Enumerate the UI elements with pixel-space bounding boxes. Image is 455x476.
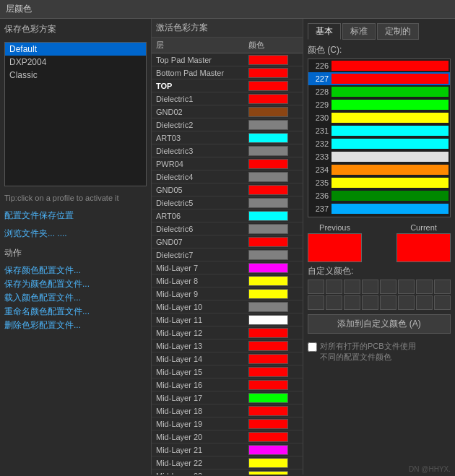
- layer-row[interactable]: Mid-Layer 8: [152, 274, 303, 287]
- layer-row[interactable]: Mid-Layer 18: [152, 404, 303, 417]
- layer-row[interactable]: ART06: [152, 209, 303, 222]
- layer-row[interactable]: Mid-Layer 21: [152, 443, 303, 456]
- color-list-row[interactable]: 235: [308, 176, 450, 189]
- custom-color-cell[interactable]: [416, 280, 433, 294]
- custom-color-cell[interactable]: [308, 280, 324, 294]
- layer-row[interactable]: Mid-Layer 15: [152, 365, 303, 378]
- color-swatch: [332, 204, 448, 214]
- layer-row[interactable]: Mid-Layer 11: [152, 313, 303, 326]
- action-link[interactable]: 载入颜色配置文件...: [4, 291, 147, 305]
- layer-row[interactable]: GND07: [152, 235, 303, 248]
- add-custom-btn[interactable]: 添加到自定义颜色 (A): [308, 314, 451, 334]
- layer-row[interactable]: Mid-Layer 7: [152, 261, 303, 274]
- layer-row[interactable]: Mid-Layer 19: [152, 417, 303, 430]
- tab-btn[interactable]: 标准: [342, 23, 376, 40]
- custom-color-cell[interactable]: [434, 280, 451, 294]
- previous-block: Previous: [308, 223, 362, 262]
- layer-row[interactable]: Dielectric2: [152, 118, 303, 131]
- color-list-row[interactable]: 236: [308, 189, 450, 202]
- color-list-row[interactable]: 230: [308, 111, 450, 124]
- layer-row[interactable]: Dielectric6: [152, 222, 303, 235]
- layer-row[interactable]: Mid-Layer 17: [152, 391, 303, 404]
- layer-row[interactable]: Mid-Layer 14: [152, 352, 303, 365]
- layer-row[interactable]: Mid-Layer 23: [152, 469, 303, 475]
- saved-profiles-label: 保存色彩方案: [4, 23, 147, 35]
- layer-color-swatch: [248, 81, 288, 91]
- action-link[interactable]: 重命名颜色配置文件...: [4, 305, 147, 319]
- color-list-row[interactable]: 237: [308, 202, 450, 215]
- color-list-row[interactable]: 231: [308, 124, 450, 137]
- layer-row[interactable]: Dielectric5: [152, 196, 303, 209]
- layer-row[interactable]: GND05: [152, 183, 303, 196]
- custom-color-cell[interactable]: [398, 295, 415, 310]
- layer-color-swatch: [248, 367, 288, 377]
- profile-item[interactable]: Classic: [5, 69, 146, 82]
- layer-color-swatch: [248, 68, 288, 78]
- layer-row[interactable]: PWR04: [152, 157, 303, 170]
- layer-name: Mid-Layer 10: [152, 303, 246, 311]
- color-list-row[interactable]: 227: [308, 72, 450, 85]
- tab-btn[interactable]: 定制的: [377, 23, 419, 40]
- custom-color-cell[interactable]: [416, 295, 433, 310]
- color-list-row[interactable]: 228: [308, 85, 450, 98]
- action-link[interactable]: 保存颜色配置文件...: [4, 264, 147, 277]
- layer-row[interactable]: Mid-Layer 20: [152, 430, 303, 443]
- custom-color-cell[interactable]: [362, 280, 378, 294]
- color-list[interactable]: 2262272282292302312322332342352362372382…: [308, 59, 450, 217]
- layer-name: Dielectric3: [152, 147, 246, 155]
- custom-color-cell[interactable]: [380, 295, 396, 310]
- layer-color-swatch: [248, 393, 288, 403]
- tip-text: Tip:click on a profile to activate it: [4, 194, 147, 202]
- layer-row[interactable]: Mid-Layer 12: [152, 326, 303, 339]
- color-number: 227: [310, 74, 332, 83]
- layer-color-swatch: [248, 224, 288, 234]
- custom-colors-grid: [308, 280, 451, 310]
- custom-color-cell[interactable]: [326, 295, 342, 310]
- color-list-row[interactable]: 229: [308, 98, 450, 111]
- layer-row[interactable]: Mid-Layer 9: [152, 287, 303, 300]
- layer-name: Bottom Pad Master: [152, 69, 246, 77]
- layer-row[interactable]: Mid-Layer 10: [152, 300, 303, 313]
- current-swatch: [396, 233, 451, 262]
- bottom-checkbox[interactable]: [308, 342, 317, 352]
- color-list-row[interactable]: 226: [308, 59, 450, 72]
- layer-row[interactable]: Dielectric4: [152, 170, 303, 183]
- layer-row[interactable]: Bottom Pad Master: [152, 66, 303, 79]
- browse-link[interactable]: 浏览文件夹... ....: [4, 228, 147, 240]
- color-list-row[interactable]: 233: [308, 150, 450, 163]
- layer-color-swatch: [248, 328, 288, 338]
- layer-row[interactable]: Dielectric7: [152, 248, 303, 261]
- layer-row[interactable]: ART03: [152, 131, 303, 144]
- custom-color-cell[interactable]: [434, 295, 451, 310]
- layer-row[interactable]: Dielectric1: [152, 92, 303, 105]
- tab-btn[interactable]: 基本: [308, 23, 341, 40]
- layer-name: Dielectric1: [152, 95, 246, 103]
- layer-list[interactable]: Top Pad MasterBottom Pad MasterTOPDielec…: [152, 53, 303, 475]
- custom-color-cell[interactable]: [326, 280, 342, 294]
- custom-color-cell[interactable]: [380, 280, 396, 294]
- custom-color-cell[interactable]: [344, 295, 360, 310]
- custom-color-cell[interactable]: [398, 280, 415, 294]
- custom-color-cell[interactable]: [308, 295, 324, 310]
- custom-color-cell[interactable]: [344, 280, 360, 294]
- action-link[interactable]: 删除色彩配置文件...: [4, 319, 147, 332]
- layer-row[interactable]: Dielectric3: [152, 144, 303, 157]
- layer-color-swatch: [248, 211, 288, 221]
- actions-label: 动作: [4, 247, 147, 259]
- color-list-row[interactable]: 238: [308, 215, 450, 217]
- layer-row[interactable]: Mid-Layer 13: [152, 339, 303, 352]
- profile-list[interactable]: DefaultDXP2004Classic: [4, 42, 147, 186]
- custom-color-cell[interactable]: [362, 295, 378, 310]
- profile-item[interactable]: DXP2004: [5, 56, 146, 69]
- layer-row[interactable]: Mid-Layer 16: [152, 378, 303, 391]
- layer-row[interactable]: GND02: [152, 105, 303, 118]
- color-list-row[interactable]: 232: [308, 137, 450, 150]
- profile-item[interactable]: Default: [5, 43, 146, 56]
- layer-row[interactable]: Mid-Layer 22: [152, 456, 303, 469]
- layer-row[interactable]: TOP: [152, 79, 303, 92]
- color-list-row[interactable]: 234: [308, 163, 450, 176]
- layer-row[interactable]: Top Pad Master: [152, 53, 303, 66]
- action-link[interactable]: 保存为颜色配置文件...: [4, 277, 147, 291]
- layer-color-swatch: [248, 107, 288, 117]
- bottom-note-row: 对所有打开的PCB文件使用 不同的配置文件颜色: [308, 341, 451, 363]
